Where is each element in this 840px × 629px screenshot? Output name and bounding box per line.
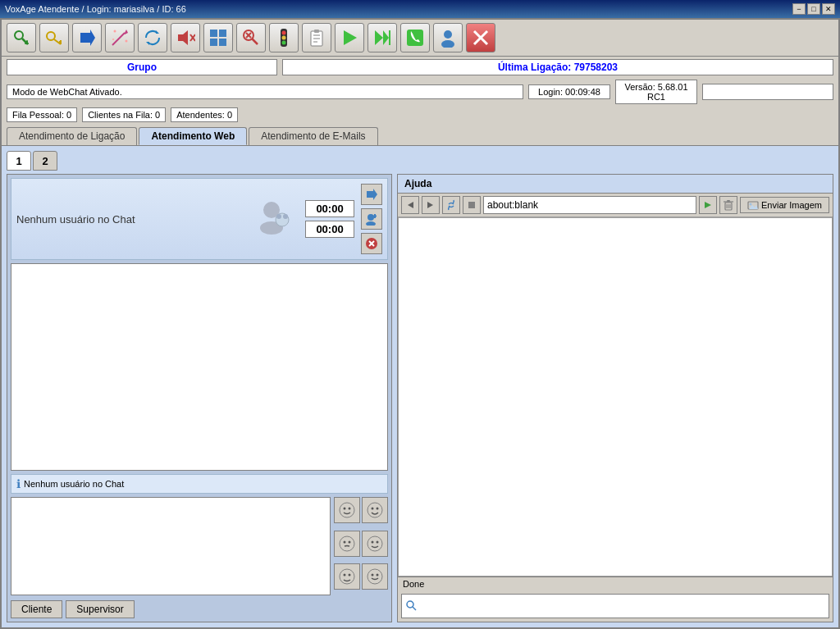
svg-point-69	[377, 540, 379, 543]
cliente-button[interactable]: Cliente	[11, 600, 62, 618]
key-green-button[interactable]	[7, 23, 36, 52]
login-field: Login: 00:09:48	[528, 84, 610, 99]
svg-point-11	[114, 30, 116, 33]
search-delete-button[interactable]	[236, 23, 266, 52]
browser-delete-button[interactable]	[719, 196, 737, 214]
minimize-button[interactable]: −	[792, 3, 806, 15]
mute-button[interactable]	[171, 23, 200, 52]
close-red-button[interactable]	[466, 23, 495, 52]
tab-email[interactable]: Atendimento de E-Mails	[249, 127, 377, 145]
browser-link-button[interactable]	[442, 196, 460, 214]
svg-point-70	[340, 569, 354, 584]
chat-input-field[interactable]	[11, 497, 331, 595]
play-button[interactable]	[335, 23, 364, 52]
svg-point-58	[340, 503, 354, 517]
svg-line-24	[253, 39, 258, 45]
browser-go-button[interactable]	[699, 196, 717, 214]
svg-point-13	[112, 39, 114, 40]
emoji-btn-2[interactable]	[362, 497, 388, 523]
magic-wand-button[interactable]	[105, 23, 135, 52]
close-chat-button[interactable]	[361, 233, 382, 254]
timer2: 00:00	[305, 221, 354, 238]
svg-point-87	[750, 203, 752, 206]
svg-point-51	[368, 214, 374, 221]
timer1: 00:00	[305, 200, 354, 217]
clipboard-button[interactable]	[302, 23, 331, 52]
supervisor-button[interactable]: Supervisor	[66, 600, 134, 618]
browser-done-text: Done	[403, 579, 424, 589]
svg-marker-88	[749, 205, 758, 209]
svg-rect-20	[219, 30, 226, 37]
svg-point-63	[377, 508, 379, 510]
content-area: 1 2 Nenhum usuário no Chat	[2, 145, 838, 627]
svg-point-59	[344, 508, 346, 510]
toolbar	[2, 20, 838, 57]
right-panel: Ajuda	[397, 174, 833, 622]
svg-point-67	[368, 536, 382, 551]
emoji-btn-4[interactable]	[362, 531, 388, 557]
refresh-button[interactable]	[138, 23, 167, 52]
version-field: Versão: 5.68.01 RC1	[615, 80, 697, 104]
browser-search-area	[401, 594, 829, 618]
tab-web[interactable]: Atendimento Web	[139, 127, 247, 145]
fila-bar: Fila Pessoal: 0 Clientes na Fila: 0 Aten…	[2, 106, 838, 124]
tabs-bar: Atendimento de Ligação Atendimento Web A…	[2, 124, 838, 145]
browser-url-input[interactable]	[483, 196, 696, 214]
svg-rect-82	[727, 200, 730, 202]
browser-forward-button[interactable]	[422, 196, 440, 214]
svg-rect-39	[389, 30, 390, 45]
maximize-button[interactable]: □	[807, 3, 820, 15]
chat-messages[interactable]	[11, 263, 388, 471]
browser-toolbar: Enviar Imagem	[398, 194, 833, 217]
forward-chat-button[interactable]	[361, 184, 382, 205]
emoji-btn-5[interactable]	[334, 563, 360, 590]
svg-point-89	[407, 601, 413, 608]
key-yellow-button[interactable]	[39, 23, 69, 52]
browser-back-button[interactable]	[401, 196, 419, 214]
chat-status-bar: ℹ Nenhum usuário no Chat	[11, 474, 388, 494]
svg-point-28	[282, 31, 286, 35]
emoji-btn-6[interactable]	[362, 563, 388, 590]
ultima-ligacao-field: Última Ligação: 79758203	[282, 59, 833, 75]
browser-search-input[interactable]	[420, 601, 825, 611]
add-person-button[interactable]	[361, 208, 382, 230]
phone-button[interactable]	[400, 23, 430, 52]
svg-marker-38	[383, 30, 389, 45]
grid-button[interactable]	[203, 23, 233, 52]
browser-stop-button[interactable]	[463, 196, 481, 214]
emoji-btn-3[interactable]	[334, 531, 360, 557]
tab-ligacao[interactable]: Atendimento de Ligação	[7, 127, 137, 145]
svg-point-64	[340, 536, 354, 551]
chat-input-area	[11, 497, 388, 595]
title-bar-controls: − □ ✕	[792, 3, 835, 15]
svg-point-0	[15, 31, 23, 39]
chat-actions	[361, 184, 382, 254]
svg-marker-76	[408, 202, 413, 208]
skip-forward-button[interactable]	[368, 23, 397, 52]
svg-marker-37	[375, 30, 383, 45]
enviar-imagem-button[interactable]: Enviar Imagem	[740, 197, 829, 213]
svg-point-75	[377, 574, 379, 577]
svg-marker-77	[427, 202, 433, 208]
arrow-forward-button[interactable]	[72, 23, 102, 52]
close-window-button[interactable]: ✕	[822, 3, 835, 15]
info-bar: Grupo Última Ligação: 79758203	[2, 57, 838, 78]
svg-rect-19	[210, 30, 217, 37]
traffic-light-button[interactable]	[269, 23, 299, 52]
user-profile-button[interactable]	[433, 23, 463, 52]
svg-line-90	[413, 607, 416, 610]
svg-point-61	[368, 503, 382, 517]
clientes-fila-field: Clientes na Fila: 0	[82, 107, 166, 122]
emoji-btn-1[interactable]	[334, 497, 360, 523]
sub-tab-1[interactable]: 1	[7, 151, 31, 171]
chat-status-text: Nenhum usuário no Chat	[24, 479, 124, 489]
svg-point-12	[126, 40, 128, 43]
svg-point-62	[372, 508, 374, 510]
svg-marker-15	[146, 42, 149, 45]
extra-field	[702, 84, 833, 100]
chat-avatar	[251, 195, 292, 244]
svg-point-72	[349, 574, 351, 577]
chat-timers: 00:00 00:00	[305, 200, 354, 238]
svg-rect-40	[407, 30, 423, 46]
sub-tab-2[interactable]: 2	[33, 151, 57, 171]
